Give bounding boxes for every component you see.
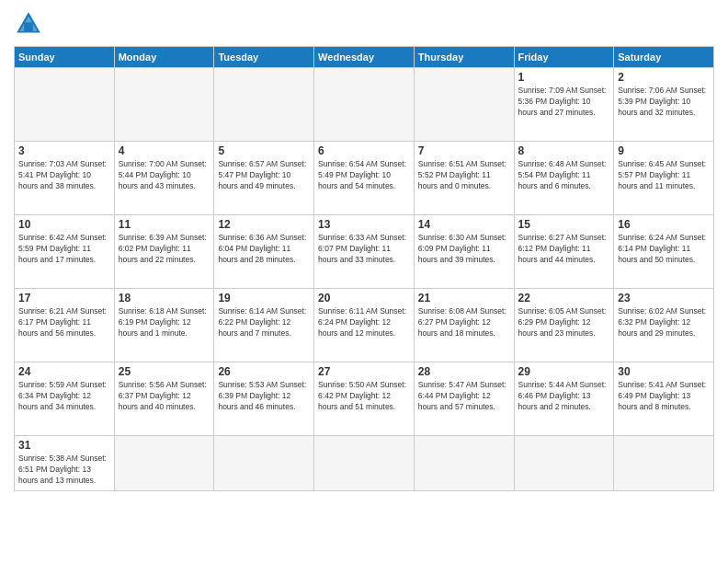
weekday-header-saturday: Saturday [614, 47, 714, 68]
calendar-week-row: 1Sunrise: 7:09 AM Sunset: 5:36 PM Daylig… [15, 68, 714, 142]
day-info: Sunrise: 6:02 AM Sunset: 6:32 PM Dayligh… [618, 306, 710, 339]
calendar-cell [514, 436, 614, 491]
day-number: 21 [418, 292, 510, 304]
day-info: Sunrise: 6:30 AM Sunset: 6:09 PM Dayligh… [418, 233, 510, 266]
calendar-cell: 26Sunrise: 5:53 AM Sunset: 6:39 PM Dayli… [214, 362, 314, 436]
calendar-cell: 15Sunrise: 6:27 AM Sunset: 6:12 PM Dayli… [514, 215, 614, 289]
day-number: 13 [318, 218, 410, 231]
day-info: Sunrise: 5:41 AM Sunset: 6:49 PM Dayligh… [618, 380, 710, 413]
day-number: 14 [418, 218, 510, 231]
day-number: 5 [218, 144, 310, 157]
day-number: 4 [119, 144, 210, 157]
day-number: 3 [18, 144, 110, 157]
calendar-cell: 16Sunrise: 6:24 AM Sunset: 6:14 PM Dayli… [614, 215, 714, 289]
calendar-cell: 22Sunrise: 6:05 AM Sunset: 6:29 PM Dayli… [514, 289, 614, 362]
day-info: Sunrise: 7:03 AM Sunset: 5:41 PM Dayligh… [18, 159, 110, 192]
day-number: 1 [518, 71, 610, 84]
calendar-cell: 11Sunrise: 6:39 AM Sunset: 6:02 PM Dayli… [114, 215, 214, 289]
day-info: Sunrise: 5:50 AM Sunset: 6:42 PM Dayligh… [318, 380, 410, 413]
logo [14, 9, 47, 39]
day-info: Sunrise: 6:08 AM Sunset: 6:27 PM Dayligh… [418, 306, 510, 339]
calendar-cell: 10Sunrise: 6:42 AM Sunset: 5:59 PM Dayli… [15, 215, 115, 289]
calendar-week-row: 24Sunrise: 5:59 AM Sunset: 6:34 PM Dayli… [15, 362, 714, 436]
day-number: 20 [318, 292, 410, 304]
day-info: Sunrise: 7:00 AM Sunset: 5:44 PM Dayligh… [119, 159, 210, 192]
day-info: Sunrise: 5:53 AM Sunset: 6:39 PM Dayligh… [218, 380, 310, 413]
day-number: 29 [518, 365, 610, 378]
weekday-header-sunday: Sunday [15, 47, 115, 68]
day-info: Sunrise: 6:11 AM Sunset: 6:24 PM Dayligh… [318, 306, 410, 339]
calendar-cell [114, 436, 214, 491]
calendar-cell: 12Sunrise: 6:36 AM Sunset: 6:04 PM Dayli… [214, 215, 314, 289]
day-info: Sunrise: 6:33 AM Sunset: 6:07 PM Dayligh… [318, 233, 410, 266]
calendar-cell [15, 68, 115, 142]
day-info: Sunrise: 5:38 AM Sunset: 6:51 PM Dayligh… [18, 454, 110, 487]
calendar-cell [214, 68, 314, 142]
calendar-cell: 24Sunrise: 5:59 AM Sunset: 6:34 PM Dayli… [15, 362, 115, 436]
day-info: Sunrise: 6:21 AM Sunset: 6:17 PM Dayligh… [18, 306, 110, 339]
day-info: Sunrise: 6:45 AM Sunset: 5:57 PM Dayligh… [618, 159, 710, 192]
calendar-cell: 4Sunrise: 7:00 AM Sunset: 5:44 PM Daylig… [114, 142, 214, 215]
calendar-cell: 25Sunrise: 5:56 AM Sunset: 6:37 PM Dayli… [114, 362, 214, 436]
day-number: 10 [18, 218, 110, 231]
calendar-cell: 29Sunrise: 5:44 AM Sunset: 6:46 PM Dayli… [514, 362, 614, 436]
day-info: Sunrise: 6:42 AM Sunset: 5:59 PM Dayligh… [18, 233, 110, 266]
calendar-cell: 27Sunrise: 5:50 AM Sunset: 6:42 PM Dayli… [314, 362, 415, 436]
calendar-cell: 18Sunrise: 6:18 AM Sunset: 6:19 PM Dayli… [114, 289, 214, 362]
day-number: 22 [518, 292, 610, 304]
day-number: 12 [218, 218, 310, 231]
day-info: Sunrise: 7:06 AM Sunset: 5:39 PM Dayligh… [618, 86, 710, 119]
day-info: Sunrise: 6:51 AM Sunset: 5:52 PM Dayligh… [418, 159, 510, 192]
weekday-header-monday: Monday [114, 47, 214, 68]
day-info: Sunrise: 5:59 AM Sunset: 6:34 PM Dayligh… [18, 380, 110, 413]
day-info: Sunrise: 6:36 AM Sunset: 6:04 PM Dayligh… [218, 233, 310, 266]
day-number: 28 [418, 365, 510, 378]
day-number: 9 [618, 144, 710, 157]
day-info: Sunrise: 6:54 AM Sunset: 5:49 PM Dayligh… [318, 159, 410, 192]
calendar-cell [214, 436, 314, 491]
day-number: 24 [18, 365, 110, 378]
day-number: 23 [618, 292, 710, 304]
calendar-week-row: 17Sunrise: 6:21 AM Sunset: 6:17 PM Dayli… [15, 289, 714, 362]
day-number: 7 [418, 144, 510, 157]
day-info: Sunrise: 6:27 AM Sunset: 6:12 PM Dayligh… [518, 233, 610, 266]
calendar-cell: 17Sunrise: 6:21 AM Sunset: 6:17 PM Dayli… [15, 289, 115, 362]
calendar-week-row: 31Sunrise: 5:38 AM Sunset: 6:51 PM Dayli… [15, 436, 714, 491]
calendar-cell: 31Sunrise: 5:38 AM Sunset: 6:51 PM Dayli… [15, 436, 115, 491]
weekday-header-tuesday: Tuesday [214, 47, 314, 68]
logo-icon [14, 9, 43, 39]
calendar-cell: 7Sunrise: 6:51 AM Sunset: 5:52 PM Daylig… [414, 142, 514, 215]
calendar-cell: 30Sunrise: 5:41 AM Sunset: 6:49 PM Dayli… [614, 362, 714, 436]
calendar-cell: 6Sunrise: 6:54 AM Sunset: 5:49 PM Daylig… [314, 142, 415, 215]
calendar-cell [414, 68, 514, 142]
calendar-cell: 1Sunrise: 7:09 AM Sunset: 5:36 PM Daylig… [514, 68, 614, 142]
day-info: Sunrise: 6:57 AM Sunset: 5:47 PM Dayligh… [218, 159, 310, 192]
weekday-header-friday: Friday [514, 47, 614, 68]
day-info: Sunrise: 6:39 AM Sunset: 6:02 PM Dayligh… [119, 233, 210, 266]
calendar-cell: 23Sunrise: 6:02 AM Sunset: 6:32 PM Dayli… [614, 289, 714, 362]
day-info: Sunrise: 6:05 AM Sunset: 6:29 PM Dayligh… [518, 306, 610, 339]
calendar-cell: 8Sunrise: 6:48 AM Sunset: 5:54 PM Daylig… [514, 142, 614, 215]
day-number: 11 [119, 218, 210, 231]
calendar-cell [314, 436, 415, 491]
day-info: Sunrise: 5:44 AM Sunset: 6:46 PM Dayligh… [518, 380, 610, 413]
calendar-week-row: 3Sunrise: 7:03 AM Sunset: 5:41 PM Daylig… [15, 142, 714, 215]
day-number: 17 [18, 292, 110, 304]
calendar-cell: 19Sunrise: 6:14 AM Sunset: 6:22 PM Dayli… [214, 289, 314, 362]
calendar-cell: 5Sunrise: 6:57 AM Sunset: 5:47 PM Daylig… [214, 142, 314, 215]
calendar-cell [614, 436, 714, 491]
calendar-week-row: 10Sunrise: 6:42 AM Sunset: 5:59 PM Dayli… [15, 215, 714, 289]
day-number: 8 [518, 144, 610, 157]
weekday-header-row: SundayMondayTuesdayWednesdayThursdayFrid… [15, 47, 714, 68]
day-number: 19 [218, 292, 310, 304]
day-number: 26 [218, 365, 310, 378]
calendar-table: SundayMondayTuesdayWednesdayThursdayFrid… [14, 46, 714, 491]
day-info: Sunrise: 5:47 AM Sunset: 6:44 PM Dayligh… [418, 380, 510, 413]
day-number: 15 [518, 218, 610, 231]
calendar-cell: 20Sunrise: 6:11 AM Sunset: 6:24 PM Dayli… [314, 289, 415, 362]
calendar-page: SundayMondayTuesdayWednesdayThursdayFrid… [0, 0, 728, 563]
day-number: 6 [318, 144, 410, 157]
svg-rect-2 [24, 22, 33, 31]
weekday-header-thursday: Thursday [414, 47, 514, 68]
calendar-cell: 21Sunrise: 6:08 AM Sunset: 6:27 PM Dayli… [414, 289, 514, 362]
